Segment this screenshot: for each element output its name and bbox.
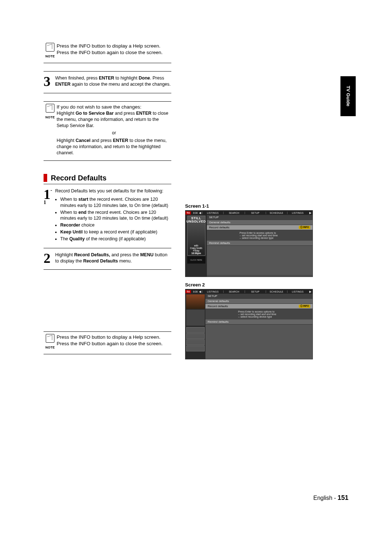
screen-label-1: Screen 1-1 bbox=[185, 203, 312, 209]
red-bar-icon bbox=[44, 174, 47, 182]
tv-row-general: General defaults bbox=[207, 220, 313, 225]
note-info-3: NOTE Press the INFO button to display a … bbox=[44, 332, 171, 354]
tv-row-record: Record defaults ⓘ INFO bbox=[207, 225, 313, 230]
tv-tab: SETUP bbox=[245, 212, 266, 214]
bullet-item: When to start the record event. Choices … bbox=[60, 196, 171, 209]
note-label: NOTE bbox=[44, 54, 57, 58]
step-1-text: Record Defaults lets you set defaults fo… bbox=[54, 188, 171, 243]
tv-side-panel: STILL UNSOLVED with Craig Smith Friday 1… bbox=[185, 215, 207, 277]
page-footer: English - 151 bbox=[313, 494, 348, 502]
note-label: NOTE bbox=[44, 345, 57, 350]
footer-lang: English - bbox=[313, 495, 338, 501]
tv-thumb bbox=[186, 333, 205, 339]
info-badge: ⓘ INFO bbox=[299, 226, 310, 229]
tv-grid-area bbox=[207, 246, 313, 275]
tv-thumb bbox=[186, 339, 205, 345]
heading-text: Record Defaults bbox=[51, 174, 106, 182]
bullet-item: When to end the record event. Choices ar… bbox=[60, 209, 171, 222]
tv-tab: SCHEDULE bbox=[266, 212, 287, 214]
step-number: 1-1 bbox=[44, 188, 54, 243]
tv-tab: SEARCH bbox=[223, 212, 244, 214]
step-2-text: Highlight Record Defaults, and press the… bbox=[54, 252, 171, 264]
tv-row-general: General defaults bbox=[205, 299, 313, 304]
note-icon bbox=[46, 43, 54, 52]
tv-tab: SETUP bbox=[245, 290, 266, 293]
note-text-2: If you do not wish to save the changes: … bbox=[57, 104, 171, 156]
tv-tab: SCHEDULE bbox=[266, 290, 287, 293]
tv-tab: LISTINGS bbox=[202, 212, 223, 214]
tv-row-remind: Remind defaults bbox=[207, 241, 313, 246]
note-info-1: NOTE Press the INFO button to display a … bbox=[44, 41, 171, 63]
tv-logo: TV bbox=[185, 211, 191, 215]
step-number: 3 bbox=[44, 75, 54, 87]
step-3: 3 When finished, press ENTER to highligh… bbox=[44, 71, 171, 93]
info-badge: ⓘ INFO bbox=[299, 305, 310, 308]
step-number: 2 bbox=[44, 252, 54, 264]
tv-tab: LISTINGS bbox=[202, 290, 223, 293]
tv-video-thumb bbox=[186, 294, 205, 309]
tv-description: Press Enter to access options to -- set … bbox=[207, 230, 313, 241]
bullet-item: Keep Until to keep a record event (if ap… bbox=[60, 229, 171, 235]
tv-logo: TV bbox=[185, 290, 191, 293]
tv-row-setup: SETUP bbox=[205, 294, 313, 299]
tv-thumb bbox=[186, 346, 205, 351]
bullet-list: When to start the record event. Choices … bbox=[55, 196, 171, 242]
note-text-1: Press the INFO button to display a Help … bbox=[57, 43, 171, 58]
tv-thumb bbox=[186, 327, 205, 333]
tv-screenshot-1: TV 8:08 ◀ LISTINGS SEARCH SETUP SCHEDULE… bbox=[185, 210, 313, 277]
screen-label-2: Screen 2 bbox=[185, 282, 312, 288]
step-1: 1-1 Record Defaults lets you set default… bbox=[44, 184, 171, 248]
tv-topbar: TV 8:08 ◀ LISTINGS SEARCH SETUP SCHEDULE… bbox=[185, 211, 313, 215]
tv-tab: LISTINGS bbox=[287, 212, 308, 214]
note-icon bbox=[46, 334, 54, 343]
tv-description: Press Enter to access options to -- set … bbox=[205, 309, 313, 319]
step-2: 2 Highlight Record Defaults, and press t… bbox=[44, 248, 171, 270]
note-text-3: Press the INFO button to display a Help … bbox=[57, 334, 171, 350]
tv-side-panel bbox=[185, 294, 205, 359]
tv-poster: STILL UNSOLVED with Craig Smith Friday 1… bbox=[187, 216, 205, 256]
tv-mini-listings bbox=[186, 310, 205, 326]
tv-click-here: CLICK HERE bbox=[187, 256, 205, 264]
tv-tab: SEARCH bbox=[223, 290, 244, 293]
tv-grid-area bbox=[205, 325, 313, 359]
tv-screenshot-2: TV 8:08 ◀ LISTINGS SEARCH SETUP SCHEDULE… bbox=[185, 289, 313, 359]
section-heading: Record Defaults bbox=[44, 174, 171, 184]
tv-tab: LISTINGS bbox=[287, 290, 308, 293]
note-info-2: NOTE If you do not wish to save the chan… bbox=[44, 101, 171, 161]
tv-row-setup: SETUP bbox=[207, 215, 313, 220]
page-number: 151 bbox=[338, 494, 348, 501]
step-3-text: When finished, press ENTER to highlight … bbox=[54, 75, 171, 87]
side-tab: TV Guide bbox=[340, 76, 356, 116]
tv-row-remind: Remind defaults bbox=[205, 319, 313, 325]
bullet-item: The Quality of the recording (if applica… bbox=[60, 236, 171, 242]
bullet-item: Recorder choice bbox=[60, 222, 171, 228]
tv-topbar: TV 8:08 ◀ LISTINGS SEARCH SETUP SCHEDULE… bbox=[185, 289, 313, 294]
note-icon bbox=[46, 104, 54, 113]
note-label: NOTE bbox=[44, 115, 57, 119]
tv-row-record: Record defaults ⓘ INFO bbox=[205, 304, 313, 309]
